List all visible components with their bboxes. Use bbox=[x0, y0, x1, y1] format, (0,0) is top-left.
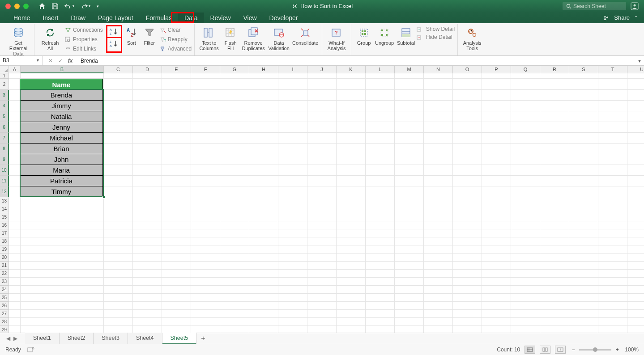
column-header-T[interactable]: T bbox=[598, 66, 627, 73]
redo-icon[interactable]: ▾ bbox=[81, 4, 90, 9]
table-data-cell[interactable]: Brian bbox=[20, 144, 103, 154]
column-header-B[interactable]: B bbox=[21, 66, 104, 73]
search-sheet[interactable] bbox=[563, 2, 626, 10]
search-input[interactable] bbox=[573, 3, 623, 9]
filter-button[interactable]: Filter bbox=[141, 25, 158, 53]
spreadsheet-grid[interactable]: ABCDEFGHIJKLMNOPQRSTU 123456789101112131… bbox=[0, 66, 644, 333]
table-data-cell[interactable]: Jenny bbox=[20, 122, 103, 133]
undo-icon[interactable]: ▾ bbox=[64, 4, 74, 9]
row-header-5[interactable]: 5 bbox=[0, 111, 9, 122]
row-header-8[interactable]: 8 bbox=[0, 144, 9, 154]
subtotal-button[interactable]: Subtotal bbox=[395, 25, 417, 46]
row-header-14[interactable]: 14 bbox=[0, 205, 9, 213]
home-icon[interactable] bbox=[38, 3, 46, 9]
column-header-H[interactable]: H bbox=[249, 66, 278, 73]
row-header-3[interactable]: 3 bbox=[0, 90, 9, 101]
column-header-S[interactable]: S bbox=[569, 66, 598, 73]
row-header-4[interactable]: 4 bbox=[0, 101, 9, 111]
row-header-2[interactable]: 2 bbox=[0, 79, 9, 90]
zoom-level[interactable]: 100% bbox=[625, 347, 639, 353]
reapply-button[interactable]: Reapply bbox=[160, 35, 192, 43]
add-sheet-button[interactable]: + bbox=[196, 334, 209, 342]
row-header-29[interactable]: 29 bbox=[0, 326, 9, 333]
insert-function-button[interactable]: fx bbox=[66, 58, 74, 64]
column-header-Q[interactable]: Q bbox=[511, 66, 540, 73]
sheet-tab-sheet3[interactable]: Sheet3 bbox=[94, 333, 128, 344]
row-header-26[interactable]: 26 bbox=[0, 302, 9, 310]
name-box[interactable]: B3▼ bbox=[0, 56, 43, 65]
sort-ascending-button[interactable]: AZ bbox=[107, 26, 121, 38]
zoom-in-button[interactable]: + bbox=[614, 347, 620, 353]
ribbon-tab-page-layout[interactable]: Page Layout bbox=[92, 13, 140, 23]
row-header-1[interactable]: 1 bbox=[0, 73, 9, 79]
fullscreen-window-button[interactable] bbox=[23, 4, 29, 9]
zoom-out-button[interactable]: − bbox=[570, 347, 576, 353]
row-header-13[interactable]: 13 bbox=[0, 197, 9, 205]
table-data-cell[interactable]: Jimmy bbox=[20, 101, 103, 111]
row-header-7[interactable]: 7 bbox=[0, 133, 9, 144]
row-header-11[interactable]: 11 bbox=[0, 176, 9, 186]
table-data-cell[interactable]: Natalia bbox=[20, 111, 103, 122]
sheet-nav-prev-button[interactable]: ◀ bbox=[4, 335, 12, 342]
ribbon-tab-developer[interactable]: Developer bbox=[263, 13, 304, 23]
flash-fill-button[interactable]: Flash Fill bbox=[221, 25, 240, 51]
column-header-I[interactable]: I bbox=[278, 66, 307, 73]
normal-view-button[interactable] bbox=[525, 346, 535, 354]
zoom-thumb[interactable] bbox=[593, 347, 597, 352]
ungroup-button[interactable]: Ungroup bbox=[374, 25, 395, 46]
page-layout-view-button[interactable] bbox=[540, 346, 550, 354]
show-detail-button[interactable]: +Show Detail bbox=[417, 26, 455, 32]
cancel-formula-button[interactable]: ✕ bbox=[47, 58, 55, 64]
zoom-slider[interactable]: − + bbox=[570, 347, 620, 353]
refresh-all-button[interactable]: Refresh All bbox=[37, 25, 63, 53]
sheet-tab-sheet5[interactable]: Sheet5 bbox=[162, 333, 197, 344]
page-break-view-button[interactable] bbox=[555, 346, 566, 354]
ribbon-tab-formulas[interactable]: Formulas bbox=[140, 13, 178, 23]
row-header-20[interactable]: 20 bbox=[0, 254, 9, 262]
analysis-tools-button[interactable]: Analysis Tools bbox=[461, 25, 484, 51]
edit-links-button[interactable]: Edit Links bbox=[65, 45, 103, 53]
collapse-ribbon-icon[interactable]: ⌃ bbox=[634, 15, 638, 20]
row-header-21[interactable]: 21 bbox=[0, 262, 9, 270]
column-header-R[interactable]: R bbox=[540, 66, 569, 73]
column-header-C[interactable]: C bbox=[104, 66, 133, 73]
column-header-P[interactable]: P bbox=[482, 66, 511, 73]
table-data-cell[interactable]: Patricia bbox=[20, 176, 103, 186]
table-data-cell[interactable]: Brenda bbox=[20, 90, 103, 101]
save-icon[interactable] bbox=[52, 3, 58, 9]
formula-input[interactable]: Brenda bbox=[78, 58, 635, 64]
row-header-17[interactable]: 17 bbox=[0, 229, 9, 237]
row-header-25[interactable]: 25 bbox=[0, 294, 9, 302]
column-header-O[interactable]: O bbox=[453, 66, 482, 73]
zoom-track[interactable] bbox=[579, 349, 611, 351]
row-header-27[interactable]: 27 bbox=[0, 310, 9, 318]
properties-button[interactable]: Properties bbox=[65, 35, 103, 43]
column-header-A[interactable]: A bbox=[9, 66, 21, 73]
sheet-tab-sheet4[interactable]: Sheet4 bbox=[128, 333, 162, 344]
text-to-columns-button[interactable]: Text to Columns bbox=[197, 25, 221, 51]
table-data-cell[interactable]: Timmy bbox=[20, 186, 103, 197]
sheet-tab-sheet2[interactable]: Sheet2 bbox=[60, 333, 94, 344]
table-header-cell[interactable]: Name bbox=[20, 79, 103, 90]
ribbon-tab-data[interactable]: Data bbox=[178, 13, 204, 23]
ribbon-tab-draw[interactable]: Draw bbox=[64, 13, 92, 23]
column-header-U[interactable]: U bbox=[627, 66, 644, 73]
sheet-tab-sheet1[interactable]: Sheet1 bbox=[25, 333, 60, 344]
expand-formula-bar-button[interactable]: ▾ bbox=[635, 58, 644, 64]
row-header-24[interactable]: 24 bbox=[0, 286, 9, 294]
column-header-D[interactable]: D bbox=[133, 66, 162, 73]
macro-record-icon[interactable] bbox=[27, 347, 34, 353]
remove-duplicates-button[interactable]: Remove Duplicates bbox=[240, 25, 266, 51]
consolidate-button[interactable]: Consolidate bbox=[291, 25, 319, 51]
column-header-F[interactable]: F bbox=[191, 66, 220, 73]
ribbon-tab-review[interactable]: Review bbox=[204, 13, 237, 23]
row-header-28[interactable]: 28 bbox=[0, 318, 9, 326]
sort-button[interactable]: AZ Sort bbox=[123, 25, 140, 53]
advanced-button[interactable]: Advanced bbox=[160, 45, 192, 53]
ribbon-tab-home[interactable]: Home bbox=[7, 13, 36, 23]
column-header-L[interactable]: L bbox=[366, 66, 395, 73]
ribbon-tab-view[interactable]: View bbox=[237, 13, 263, 23]
data-validation-button[interactable]: Data Validation bbox=[266, 25, 291, 51]
row-header-23[interactable]: 23 bbox=[0, 278, 9, 286]
row-header-12[interactable]: 12 bbox=[0, 186, 9, 197]
